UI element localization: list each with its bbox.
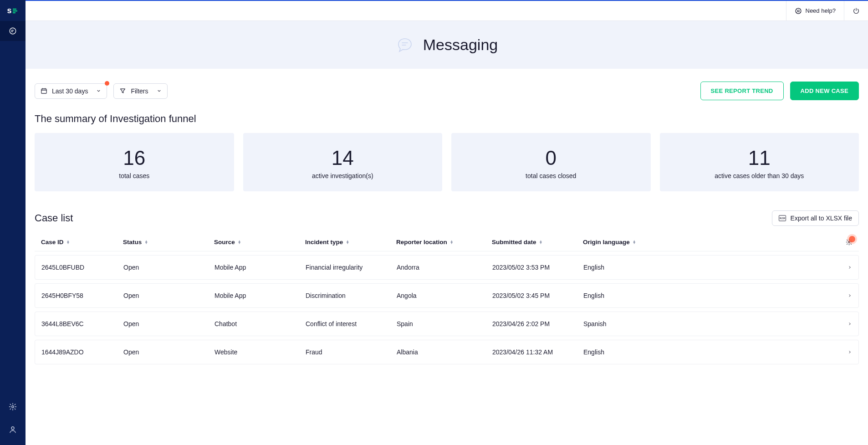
chevron-right-icon (834, 293, 852, 298)
cell-case-id: 1644J89AZDO (41, 348, 123, 356)
cell-status: Open (123, 264, 214, 271)
sort-icon: ▲▼ (238, 240, 241, 244)
page-hero: Messaging (26, 21, 868, 69)
user-icon (9, 425, 17, 434)
sidebar-item-profile[interactable] (0, 419, 26, 440)
cell-origin-language: English (583, 264, 834, 271)
svg-rect-5 (41, 89, 46, 93)
caselist-header: Case list XLSX Export all to XLSX file (35, 210, 859, 226)
cell-submitted-date: 2023/05/02 3:53 PM (492, 264, 583, 271)
cell-status: Open (123, 320, 214, 327)
xlsx-icon: XLSX (779, 215, 786, 221)
summary-card-older: 11 active cases older than 30 days (660, 133, 859, 191)
chevron-right-icon (834, 350, 852, 354)
add-new-case-button[interactable]: ADD NEW CASE (790, 82, 859, 100)
cell-submitted-date: 2023/05/02 3:45 PM (492, 292, 583, 299)
col-submitted-date[interactable]: Submitted date ▲▼ (492, 239, 583, 246)
messaging-hero-icon (396, 36, 414, 54)
logo-text: s (7, 6, 18, 15)
table-row[interactable]: 2645H0BFY58OpenMobile AppDiscriminationA… (35, 283, 859, 308)
cell-source: Chatbot (214, 320, 306, 327)
case-table: Case ID ▲▼ Status ▲▼ Source ▲▼ Incident … (35, 233, 859, 364)
cell-reporter-location: Albania (397, 348, 492, 356)
cell-case-id: 2645H0BFY58 (41, 292, 123, 299)
svg-point-2 (11, 427, 14, 430)
cell-source: Mobile App (214, 264, 306, 271)
cell-incident-type: Financial irregularity (306, 264, 397, 271)
export-label: Export all to XLSX file (791, 215, 852, 222)
filters-row: Last 30 days Filters (35, 82, 859, 100)
sidebar-item-messaging[interactable] (0, 21, 26, 41)
svg-point-4 (797, 10, 799, 12)
cell-reporter-location: Andorra (397, 264, 492, 271)
power-button[interactable] (844, 1, 868, 20)
cell-source: Website (214, 348, 306, 356)
sort-icon: ▲▼ (346, 240, 349, 244)
sidebar: s (0, 0, 26, 445)
chat-icon (9, 27, 17, 35)
filter-icon (119, 87, 126, 94)
sort-icon: ▲▼ (66, 240, 70, 244)
help-label: Need help? (806, 7, 836, 14)
table-settings-indicator (849, 236, 855, 242)
card-label: total cases closed (456, 172, 646, 179)
card-value: 11 (664, 147, 855, 169)
table-row[interactable]: 1644J89AZDOOpenWebsiteFraudAlbania2023/0… (35, 340, 859, 364)
help-button[interactable]: Need help? (786, 1, 844, 20)
help-icon (795, 7, 802, 15)
filters-selector[interactable]: Filters (113, 83, 167, 99)
sort-icon: ▲▼ (450, 240, 454, 244)
col-incident-type[interactable]: Incident type ▲▼ (305, 239, 396, 246)
cell-origin-language: English (583, 348, 834, 356)
cell-reporter-location: Spain (397, 320, 492, 327)
svg-point-1 (12, 406, 14, 408)
cell-origin-language: English (583, 292, 834, 299)
col-status[interactable]: Status ▲▼ (123, 239, 214, 246)
topbar: Need help? (26, 0, 868, 21)
main: Need help? Messaging (26, 0, 868, 445)
caselist-title: Case list (35, 212, 73, 224)
see-report-trend-button[interactable]: SEE REPORT TREND (700, 82, 784, 100)
col-reporter-location[interactable]: Reporter location ▲▼ (396, 239, 492, 246)
chevron-down-icon (157, 88, 162, 93)
table-head: Case ID ▲▼ Status ▲▼ Source ▲▼ Incident … (35, 233, 859, 251)
cell-source: Mobile App (214, 292, 306, 299)
summary-cards: 16 total cases 14 active investigation(s… (35, 133, 859, 191)
content: Last 30 days Filters (26, 69, 868, 445)
sort-icon: ▲▼ (144, 240, 148, 244)
cell-origin-language: Spanish (583, 320, 834, 327)
cell-incident-type: Fraud (306, 348, 397, 356)
card-label: total cases (39, 172, 230, 179)
chevron-right-icon (834, 265, 852, 270)
date-range-selector[interactable]: Last 30 days (35, 83, 107, 99)
col-origin-language[interactable]: Origin language ▲▼ (583, 239, 834, 246)
col-source[interactable]: Source ▲▼ (214, 239, 305, 246)
power-icon (853, 7, 860, 15)
summary-card-closed: 0 total cases closed (451, 133, 651, 191)
table-settings-button[interactable] (834, 239, 853, 246)
cell-submitted-date: 2023/04/26 2:02 PM (492, 320, 583, 327)
export-xlsx-button[interactable]: XLSX Export all to XLSX file (772, 210, 859, 226)
summary-title: The summary of Investigation funnel (35, 113, 859, 125)
filters-label: Filters (131, 87, 148, 95)
cell-incident-type: Conflict of interest (306, 320, 397, 327)
calendar-icon (41, 87, 47, 94)
gear-icon (9, 403, 17, 411)
cell-submitted-date: 2023/04/26 11:32 AM (492, 348, 583, 356)
chevron-right-icon (834, 322, 852, 326)
app-logo: s (0, 0, 26, 21)
sidebar-item-settings[interactable] (0, 397, 26, 417)
cell-case-id: 2645L0BFUBD (41, 264, 123, 271)
cell-status: Open (123, 348, 214, 356)
table-row[interactable]: 3644L8BEV6COpenChatbotConflict of intere… (35, 312, 859, 336)
chevron-down-icon (96, 88, 101, 93)
col-case-id[interactable]: Case ID ▲▼ (41, 239, 123, 246)
cell-reporter-location: Angola (397, 292, 492, 299)
svg-point-0 (10, 28, 16, 34)
table-row[interactable]: 2645L0BFUBDOpenMobile AppFinancial irreg… (35, 255, 859, 280)
svg-text:XLSX: XLSX (779, 217, 785, 220)
summary-card-active: 14 active investigation(s) (243, 133, 443, 191)
card-value: 0 (456, 147, 646, 169)
cell-incident-type: Discrimination (306, 292, 397, 299)
sort-icon: ▲▼ (539, 240, 543, 244)
